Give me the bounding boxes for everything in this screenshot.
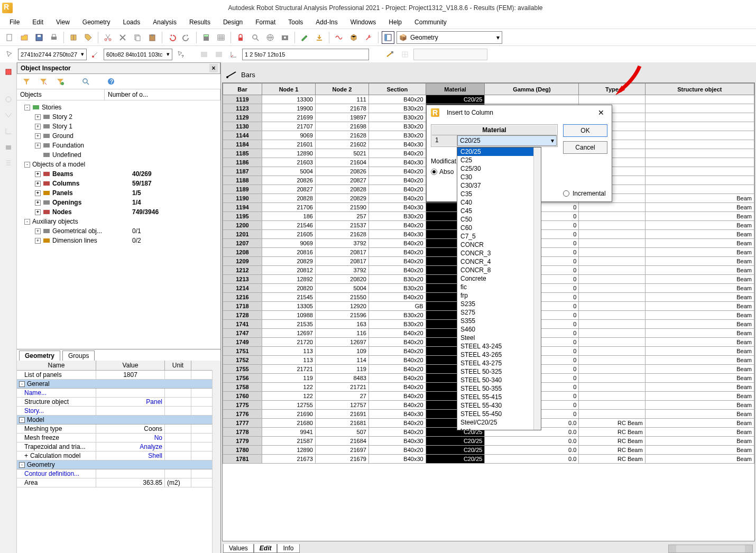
material-option[interactable]: C30 bbox=[457, 173, 541, 181]
tree-item[interactable]: +Beams40/269 bbox=[20, 169, 217, 179]
prop-category[interactable]: -Model bbox=[17, 416, 220, 425]
prop-row[interactable]: List of panels1807 bbox=[17, 371, 220, 380]
inspector-close-icon[interactable]: × bbox=[209, 64, 218, 72]
tab-values[interactable]: Values bbox=[223, 544, 254, 553]
material-option[interactable]: C60 bbox=[457, 224, 541, 232]
menu-tools[interactable]: Tools bbox=[283, 17, 308, 27]
material-option[interactable]: C30/37 bbox=[457, 181, 541, 190]
menu-format[interactable]: Format bbox=[250, 17, 281, 27]
table-icon[interactable] bbox=[215, 31, 227, 44]
tree-item[interactable]: +Columns59/187 bbox=[20, 179, 217, 188]
material-option[interactable]: test bbox=[457, 427, 541, 430]
tab-info[interactable]: Info bbox=[277, 544, 299, 553]
menu-help[interactable]: Help bbox=[383, 17, 407, 27]
screenshot-icon[interactable] bbox=[279, 31, 291, 44]
paste-icon[interactable] bbox=[146, 31, 159, 44]
help-sel-icon[interactable]: ? bbox=[174, 48, 187, 61]
col-header[interactable]: Node 2 bbox=[315, 84, 368, 95]
col-header[interactable]: Structure object bbox=[645, 84, 754, 95]
dialog-close-icon[interactable]: ✕ bbox=[595, 106, 607, 119]
material-option[interactable]: frp bbox=[457, 291, 541, 300]
material-option[interactable]: Steel/C20/25 bbox=[457, 418, 541, 427]
tree-item[interactable]: +Story 1 bbox=[20, 122, 217, 131]
undo-icon[interactable] bbox=[165, 31, 178, 44]
copy-icon[interactable] bbox=[131, 31, 144, 44]
lock-icon[interactable] bbox=[234, 31, 247, 44]
material-dropdown-list[interactable]: C20/25C25C25/30C30C30/37C35C40C45C50C60C… bbox=[457, 147, 541, 430]
material-option[interactable]: CONCR bbox=[457, 241, 541, 249]
col-header[interactable]: Type bbox=[579, 84, 645, 95]
tree-item[interactable]: -Auxiliary objects bbox=[20, 217, 217, 226]
prop-row[interactable]: Trapezoidal and tria...Analyze bbox=[17, 443, 220, 451]
tab-groups[interactable]: Groups bbox=[62, 351, 95, 361]
material-option[interactable]: STEEL 55-415 bbox=[457, 393, 541, 401]
material-option[interactable]: Concrete bbox=[457, 274, 541, 283]
prop-row[interactable]: Story... bbox=[17, 407, 220, 416]
tree-item[interactable]: +Story 2 bbox=[20, 112, 217, 122]
table-row[interactable]: 17812167321679B40x30C20/250.0RC BeamBeam bbox=[223, 455, 754, 464]
measure-icon[interactable] bbox=[384, 48, 397, 61]
menu-geometry[interactable]: Geometry bbox=[77, 17, 116, 27]
cut-icon[interactable] bbox=[102, 31, 114, 44]
help-icon[interactable]: ? bbox=[105, 75, 117, 88]
table-row[interactable]: 17801289021697B40x20C20/250.0RC BeamBeam bbox=[223, 446, 754, 455]
print-icon[interactable] bbox=[48, 31, 60, 44]
tree-item[interactable]: +Nodes749/3946 bbox=[20, 207, 217, 217]
h-scrollbar[interactable] bbox=[668, 545, 753, 553]
material-option[interactable]: STEEL 43-275 bbox=[457, 359, 541, 367]
layers-icon[interactable] bbox=[3, 142, 14, 152]
filter2-icon[interactable] bbox=[37, 75, 50, 88]
object-tree[interactable]: -Stories+Story 2+Story 1+Ground+Foundati… bbox=[17, 100, 220, 349]
col-header[interactable]: Gamma (Deg) bbox=[485, 84, 579, 95]
tree-item[interactable]: +Ground bbox=[20, 131, 217, 141]
material-option[interactable]: STEEL 50-325 bbox=[457, 367, 541, 376]
selection-box-1[interactable]: 2741to2744 2750to27▾ bbox=[18, 49, 87, 60]
prop-row[interactable]: Meshing typeCoons bbox=[17, 425, 220, 434]
tab-edit[interactable]: Edit bbox=[254, 544, 278, 553]
material-option[interactable]: C35 bbox=[457, 190, 541, 198]
tree-item[interactable]: Undefined bbox=[20, 150, 217, 160]
filter3-icon[interactable] bbox=[54, 75, 67, 88]
menu-view[interactable]: View bbox=[51, 17, 75, 27]
menu-windows[interactable]: Windows bbox=[345, 17, 382, 27]
wrench-icon[interactable] bbox=[362, 31, 375, 44]
book-icon[interactable] bbox=[67, 31, 80, 44]
prop-row[interactable]: Area363.85(m2) bbox=[17, 478, 220, 487]
table-row[interactable]: 111913300111B40x20C20/25 bbox=[223, 95, 754, 104]
menu-results[interactable]: Results bbox=[184, 17, 216, 27]
node-sel-icon[interactable] bbox=[89, 48, 102, 61]
menu-edit[interactable]: Edit bbox=[27, 17, 49, 27]
more-icon[interactable] bbox=[3, 158, 14, 168]
dropdown-scrollbar[interactable] bbox=[533, 148, 541, 430]
grid-small-icon[interactable] bbox=[399, 48, 411, 61]
tree-item[interactable]: -Stories bbox=[20, 103, 217, 112]
material-option[interactable]: CONCR_3 bbox=[457, 249, 541, 257]
tag-icon[interactable] bbox=[82, 31, 95, 44]
material-option[interactable]: STEEL 43-265 bbox=[457, 351, 541, 359]
open-icon[interactable] bbox=[18, 31, 31, 44]
material-option[interactable]: STEEL 50-340 bbox=[457, 376, 541, 384]
radio-incremental[interactable]: Incremental bbox=[563, 190, 607, 197]
menu-file[interactable]: File bbox=[4, 17, 25, 27]
search2-icon[interactable] bbox=[79, 75, 92, 88]
disp-icon[interactable] bbox=[3, 94, 14, 105]
filter1-icon[interactable] bbox=[20, 75, 33, 88]
material-option[interactable]: CONCR_4 bbox=[457, 257, 541, 266]
menu-community[interactable]: Community bbox=[409, 17, 452, 27]
prop-row[interactable]: Structure objectPanel bbox=[17, 398, 220, 407]
material-option[interactable]: S355 bbox=[457, 317, 541, 325]
tree-item[interactable]: +Foundation bbox=[20, 141, 217, 150]
col-header[interactable]: Bar bbox=[223, 84, 262, 95]
new-icon[interactable] bbox=[3, 31, 16, 44]
material-option[interactable]: STEEL 50-355 bbox=[457, 384, 541, 393]
prop-row[interactable]: Mesh freezeNo bbox=[17, 434, 220, 443]
material-option[interactable]: fic bbox=[457, 283, 541, 291]
menu-loads[interactable]: Loads bbox=[118, 17, 146, 27]
layout-combo[interactable]: 📦 Geometry ▾ bbox=[397, 31, 502, 44]
tree-item[interactable]: +Geometrical obj...0/1 bbox=[20, 226, 217, 236]
col-header[interactable]: Material bbox=[426, 84, 485, 95]
calc-icon[interactable] bbox=[200, 31, 213, 44]
prop-scrollbar[interactable] bbox=[212, 370, 220, 553]
grey-1-icon[interactable] bbox=[198, 48, 210, 61]
prop-row[interactable]: +Calculation modelShell bbox=[17, 451, 220, 460]
